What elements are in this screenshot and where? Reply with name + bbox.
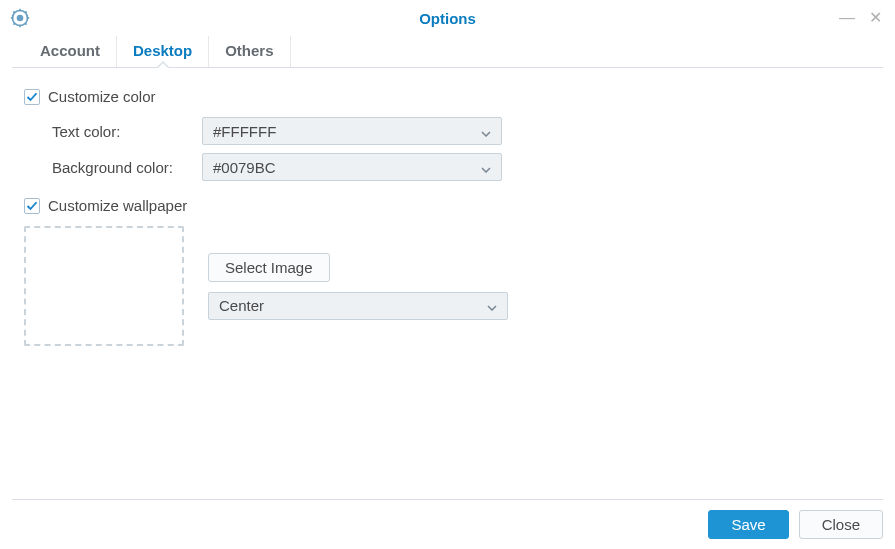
svg-line-6 [13,11,15,13]
wallpaper-position-value: Center [219,297,264,314]
svg-point-1 [17,15,24,22]
text-color-value: #FFFFFF [213,123,276,140]
wallpaper-preview[interactable] [24,226,184,346]
svg-line-7 [25,23,27,25]
svg-line-9 [25,11,27,13]
close-window-button[interactable]: ✕ [867,10,883,26]
minimize-button[interactable]: — [839,10,855,26]
titlebar: Options — ✕ [0,0,895,36]
tab-desktop[interactable]: Desktop [117,36,209,67]
bg-color-select[interactable]: #0079BC [202,153,502,181]
wallpaper-position-select[interactable]: Center [208,292,508,320]
tabs: Account Desktop Others [12,36,883,68]
text-color-select[interactable]: #FFFFFF [202,117,502,145]
tab-account[interactable]: Account [24,36,117,67]
bg-color-label: Background color: [52,159,202,176]
bg-color-value: #0079BC [213,159,276,176]
chevron-down-icon [481,123,491,140]
options-window: Options — ✕ Account Desktop Others Custo… [0,0,895,549]
window-controls: — ✕ [839,10,883,26]
footer: Save Close [12,499,883,539]
window-title: Options [0,10,895,27]
chevron-down-icon [487,297,497,314]
save-button[interactable]: Save [708,510,788,539]
gear-icon [10,8,30,28]
tab-others[interactable]: Others [209,36,290,67]
customize-color-label: Customize color [48,88,156,105]
text-color-label: Text color: [52,123,202,140]
customize-wallpaper-checkbox[interactable] [24,198,40,214]
customize-color-checkbox[interactable] [24,89,40,105]
chevron-down-icon [481,159,491,176]
tab-content: Customize color Text color: #FFFFFF Back… [0,68,895,366]
customize-wallpaper-label: Customize wallpaper [48,197,187,214]
svg-line-8 [13,23,15,25]
close-button[interactable]: Close [799,510,883,539]
select-image-button[interactable]: Select Image [208,253,330,282]
